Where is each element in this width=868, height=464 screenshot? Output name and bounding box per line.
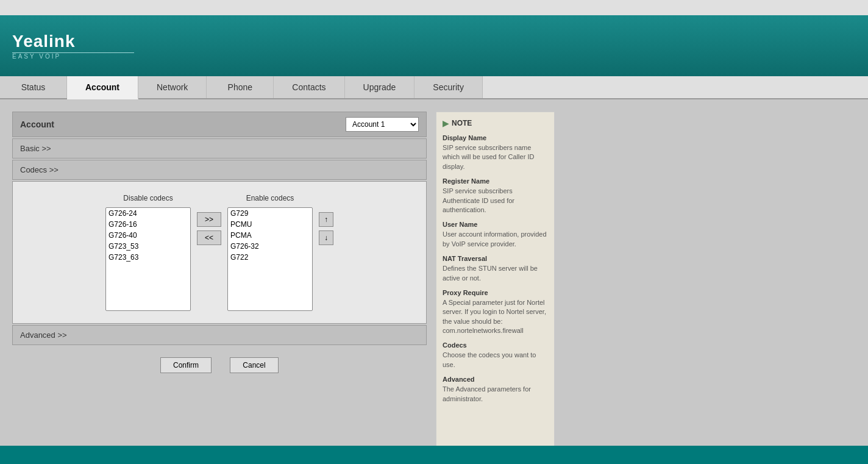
nav-account[interactable]: Account (67, 76, 138, 99)
note-user-name-text: User account information, provided by Vo… (443, 230, 548, 249)
nav-upgrade[interactable]: Upgrade (345, 76, 415, 98)
logo-sub: EASY VOIP (12, 53, 134, 60)
note-register-name: Register Name SIP service subscribers Au… (443, 177, 548, 215)
codec-option[interactable]: G726-24 (106, 208, 190, 219)
note-codecs-title: Codecs (443, 341, 548, 349)
move-buttons: >> << (197, 212, 221, 245)
note-nat-traversal: NAT Traversal Defines the STUN server wi… (443, 255, 548, 283)
note-proxy-require: Proxy Require A Special parameter just f… (443, 289, 548, 336)
header: Yealink EASY VOIP (0, 15, 868, 76)
logo: Yealink EASY VOIP (12, 32, 134, 60)
nav-contacts[interactable]: Contacts (274, 76, 344, 98)
nav-bar: Status Account Network Phone Contacts Up… (0, 76, 868, 99)
codec-option[interactable]: G723_63 (106, 252, 190, 263)
note-codecs-text: Choose the codecs you want to use. (443, 351, 548, 369)
basic-section-bar[interactable]: Basic >> (12, 138, 427, 159)
bottom-bar (0, 446, 868, 464)
remove-codec-button[interactable]: << (197, 230, 221, 245)
logo-text: Yealink (12, 32, 134, 51)
add-codec-button[interactable]: >> (197, 212, 221, 227)
nav-phone[interactable]: Phone (207, 76, 274, 98)
note-display-name-text: SIP service subscribers name which will … (443, 143, 548, 171)
codec-option[interactable]: G726-40 (106, 230, 190, 241)
account-header-row: Account Account 1 Account 2 Account 3 Ac… (12, 112, 427, 137)
order-buttons: ↑ ↓ (319, 212, 333, 245)
codecs-section-bar[interactable]: Codecs >> (12, 160, 427, 180)
note-display-name-title: Display Name (443, 134, 548, 141)
sidebar-notes: ▶ NOTE Display Name SIP service subscrib… (436, 112, 555, 464)
disable-codecs-list[interactable]: G726-24 G726-16 G726-40 G723_53 G723_63 (105, 207, 191, 311)
note-advanced: Advanced The Advanced parameters for adm… (443, 376, 548, 404)
disable-codec-column: Disable codecs G726-24 G726-16 G726-40 G… (105, 194, 191, 311)
advanced-section-bar[interactable]: Advanced >> (12, 325, 427, 345)
note-title: NOTE (452, 119, 472, 127)
note-user-name: User Name User account information, prov… (443, 221, 548, 249)
note-proxy-require-title: Proxy Require (443, 289, 548, 296)
codec-option[interactable]: PCMA (228, 230, 312, 241)
enable-codec-column: Enable codecs G729 PCMU PCMA G726-32 G72… (227, 194, 313, 311)
note-nat-traversal-text: Defines the STUN server will be active o… (443, 264, 548, 283)
action-buttons: Confirm Cancel (12, 357, 427, 373)
enable-codecs-label: Enable codecs (246, 194, 294, 202)
note-register-name-text: SIP service subscribers Authenticate ID … (443, 187, 548, 215)
enable-codecs-list[interactable]: G729 PCMU PCMA G726-32 G722 (227, 207, 313, 311)
move-down-button[interactable]: ↓ (319, 230, 333, 245)
nav-security[interactable]: Security (414, 76, 483, 98)
note-icon: ▶ (443, 118, 449, 128)
note-register-name-title: Register Name (443, 177, 548, 185)
note-user-name-title: User Name (443, 221, 548, 228)
codecs-label: Codecs >> (20, 165, 59, 174)
note-display-name: Display Name SIP service subscribers nam… (443, 134, 548, 171)
codecs-inner: Disable codecs G726-24 G726-16 G726-40 G… (25, 194, 414, 311)
basic-label: Basic >> (20, 144, 51, 153)
note-advanced-text: The Advanced parameters for administrato… (443, 385, 548, 404)
nav-network[interactable]: Network (138, 76, 207, 98)
codecs-content: Disable codecs G726-24 G726-16 G726-40 G… (12, 181, 427, 324)
note-codecs: Codecs Choose the codecs you want to use… (443, 341, 548, 369)
content-area: Account Account 1 Account 2 Account 3 Ac… (12, 112, 427, 464)
account-label: Account (20, 120, 346, 129)
codec-option[interactable]: G726-16 (106, 219, 190, 230)
disable-codecs-label: Disable codecs (123, 194, 173, 202)
move-up-button[interactable]: ↑ (319, 212, 333, 227)
codec-option[interactable]: PCMU (228, 219, 312, 230)
advanced-label: Advanced >> (20, 330, 67, 340)
note-header: ▶ NOTE (443, 118, 548, 128)
nav-status[interactable]: Status (0, 76, 67, 98)
codec-option[interactable]: G722 (228, 252, 312, 263)
codec-option[interactable]: G729 (228, 208, 312, 219)
codec-option[interactable]: G723_53 (106, 241, 190, 252)
account-select[interactable]: Account 1 Account 2 Account 3 Account 4 … (346, 117, 419, 132)
main-container: Account Account 1 Account 2 Account 3 Ac… (0, 99, 868, 464)
note-proxy-require-text: A Special parameter just for Nortel serv… (443, 298, 548, 336)
codec-option[interactable]: G726-32 (228, 241, 312, 252)
cancel-button[interactable]: Cancel (230, 357, 279, 373)
note-nat-traversal-title: NAT Traversal (443, 255, 548, 262)
note-advanced-title: Advanced (443, 376, 548, 383)
confirm-button[interactable]: Confirm (160, 357, 212, 373)
